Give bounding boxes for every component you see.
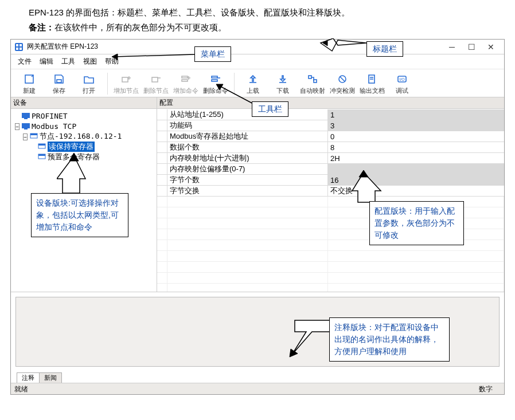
- tool-del-node: 删除节点: [141, 70, 171, 97]
- doc-intro: EPN-123 的界面包括：标题栏、菜单栏、工具栏、设备版块、配置版块和注释版块…: [0, 0, 515, 22]
- svg-rect-8: [122, 77, 128, 82]
- config-row-empty: [157, 273, 504, 284]
- config-row: 从站地址(1-255)1: [157, 109, 504, 120]
- menu-tool[interactable]: 工具: [58, 56, 79, 68]
- maximize-button[interactable]: ☐: [462, 41, 481, 53]
- tool-add-node: 增加节点: [111, 70, 141, 97]
- config-row-empty: [157, 284, 504, 292]
- config-row: 字节个数16: [157, 175, 504, 186]
- tree-modbus[interactable]: Modbus TCP: [32, 122, 76, 131]
- menu-file[interactable]: 文件: [14, 56, 35, 68]
- tool-open[interactable]: 打开: [74, 70, 104, 97]
- expander-icon[interactable]: −: [23, 134, 27, 140]
- config-row[interactable]: 数据个数8: [157, 142, 504, 153]
- menu-view[interactable]: 视图: [80, 56, 100, 68]
- add-cmd-icon: [180, 73, 192, 85]
- tool-debug[interactable]: I/O调试: [387, 70, 417, 97]
- menu-help[interactable]: 帮助: [102, 56, 122, 68]
- config-row[interactable]: 内存映射地址(十六进制)2H: [157, 153, 504, 164]
- toolbar: 新建 保存 打开 增加节点 删除节点 增加命令 删除命令 上载 下载 自动映射 …: [11, 69, 504, 97]
- config-label: 字节交换: [167, 186, 328, 196]
- config-value[interactable]: 不交换: [328, 186, 504, 196]
- config-label: Modbus寄存器起始地址: [167, 131, 328, 142]
- svg-rect-22: [309, 76, 311, 78]
- cmd-icon: [37, 143, 46, 151]
- svg-text:I/O: I/O: [399, 77, 405, 81]
- tool-new[interactable]: 新建: [14, 70, 44, 97]
- tool-del-cmd[interactable]: 删除命令: [201, 70, 231, 97]
- config-value[interactable]: 0: [328, 131, 504, 142]
- svg-line-25: [340, 77, 345, 81]
- tree-cmd1[interactable]: 读保持寄存器: [48, 142, 95, 152]
- tree-cmd2[interactable]: 预置多个寄存器: [48, 152, 100, 162]
- tool-download[interactable]: 下载: [268, 70, 298, 97]
- title-bar: 网关配置软件 EPN-123 ─ ☐ ✕: [11, 40, 504, 54]
- tool-export[interactable]: 输出文档: [357, 70, 387, 97]
- menu-edit[interactable]: 编辑: [36, 56, 57, 68]
- save-icon: [53, 73, 65, 85]
- status-ready: 就绪: [11, 383, 32, 394]
- tool-save[interactable]: 保存: [44, 70, 74, 97]
- status-numlock: 数字: [475, 383, 504, 394]
- svg-rect-40: [38, 154, 45, 156]
- config-value[interactable]: 8: [328, 142, 504, 152]
- tree-node1[interactable]: 节点-192.168.0.12-1: [40, 131, 122, 142]
- device-icon: [21, 122, 30, 130]
- automap-icon: [307, 73, 318, 85]
- config-value: 1: [328, 109, 504, 120]
- svg-rect-2: [19, 44, 22, 46]
- tab-news[interactable]: 新闻: [39, 372, 62, 383]
- callout-toolbar: 工具栏: [252, 101, 288, 117]
- svg-rect-7: [57, 80, 61, 83]
- config-row: 内存映射位偏移量(0-7): [157, 164, 504, 175]
- tool-automap[interactable]: 自动映射: [298, 70, 327, 97]
- config-table: 从站地址(1-255)1功能码3Modbus寄存器起始地址0数据个数8内存映射地…: [157, 109, 504, 292]
- svg-rect-13: [182, 76, 188, 78]
- config-panel: 配置 从站地址(1-255)1功能码3Modbus寄存器起始地址0数据个数8内存…: [157, 97, 504, 292]
- svg-rect-36: [30, 134, 37, 135]
- tool-conflict[interactable]: 冲突检测: [327, 70, 357, 97]
- svg-rect-33: [22, 123, 30, 128]
- device-icon: [21, 112, 30, 120]
- config-panel-header: 配置: [157, 97, 504, 109]
- tab-comment[interactable]: 注释: [17, 372, 40, 383]
- callout-comment: 注释版块：对于配置和设备中出现的名词作出具体的解释，方便用户理解和使用: [329, 317, 450, 362]
- config-row-empty: [157, 262, 504, 273]
- svg-rect-11: [152, 77, 158, 82]
- menu-bar: 文件 编辑 工具 视图 帮助: [11, 54, 504, 69]
- svg-rect-38: [38, 144, 45, 146]
- new-icon: [24, 73, 35, 85]
- svg-rect-1: [16, 44, 18, 46]
- open-icon: [83, 73, 95, 85]
- config-label: 功能码: [167, 120, 328, 131]
- callout-device: 设备版块:可选择操作对象，包括以太网类型,可增加节点和命令: [31, 193, 128, 237]
- node-icon: [29, 132, 38, 140]
- config-row[interactable]: Modbus寄存器起始地址0: [157, 131, 504, 142]
- svg-rect-4: [19, 48, 22, 50]
- close-button[interactable]: ✕: [481, 41, 501, 53]
- svg-rect-34: [24, 128, 28, 129]
- config-value: [328, 164, 504, 174]
- tree-profinet[interactable]: PROFINET: [32, 112, 68, 120]
- svg-rect-32: [24, 118, 28, 119]
- config-row-empty: [157, 251, 504, 262]
- svg-rect-3: [16, 48, 18, 50]
- tool-upload[interactable]: 上载: [238, 70, 268, 97]
- config-value[interactable]: 2H: [328, 153, 504, 163]
- config-row[interactable]: 字节交换不交换: [157, 186, 504, 197]
- minimize-button[interactable]: ─: [442, 41, 462, 53]
- del-node-icon: [150, 73, 162, 85]
- del-cmd-icon: [210, 73, 221, 85]
- app-icon: [14, 42, 24, 52]
- svg-rect-31: [22, 113, 30, 118]
- expander-icon[interactable]: −: [15, 123, 19, 130]
- cmd-icon: [37, 153, 46, 161]
- config-label: 内存映射位偏移量(0-7): [167, 164, 328, 174]
- config-label: 字节个数: [167, 175, 328, 185]
- config-label: 数据个数: [167, 142, 328, 152]
- svg-rect-14: [182, 80, 188, 81]
- config-row: 功能码3: [157, 120, 504, 131]
- bottom-tabs: 注释 新闻: [11, 371, 504, 383]
- download-icon: [277, 73, 288, 85]
- config-value: 16: [328, 175, 504, 185]
